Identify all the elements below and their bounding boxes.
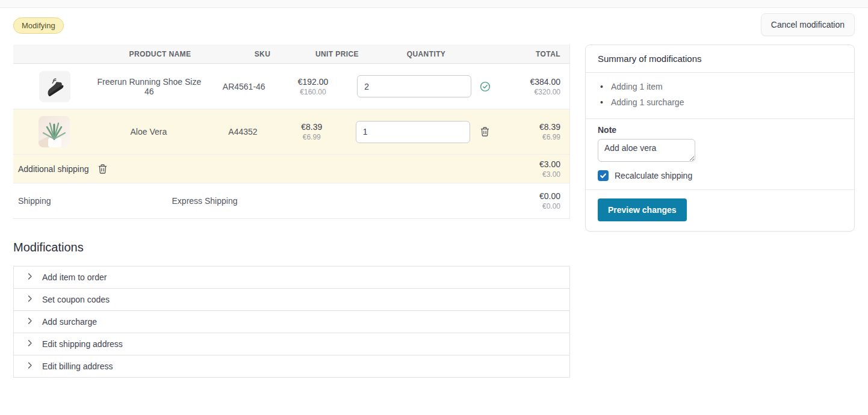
table-row-shipping: Shipping Express Shipping €0.00 €0.00 — [13, 183, 569, 219]
line-total-net: €320.00 — [491, 88, 560, 96]
product-image-aloe-vera — [39, 116, 70, 147]
product-sku: A44352 — [202, 127, 284, 137]
modifications-heading: Modifications — [13, 241, 570, 254]
line-total-net: €6.99 — [491, 133, 560, 141]
shipping-total-gross: €0.00 — [485, 191, 560, 201]
product-name: Aloe Vera — [95, 127, 202, 137]
product-sku: AR4561-46 — [203, 82, 285, 91]
summary-bullet-item: Adding 1 surcharge — [598, 94, 842, 110]
accordion-item-label: Edit shipping address — [42, 339, 123, 349]
unit-price-gross: €192.00 — [285, 77, 341, 87]
chevron-right-icon — [25, 294, 34, 306]
note-textarea[interactable]: Add aloe vera — [598, 139, 695, 162]
accordion-set-coupon-codes[interactable]: Set coupon codes — [14, 288, 569, 310]
preview-changes-button[interactable]: Preview changes — [598, 198, 687, 221]
unit-price-gross: €8.39 — [284, 122, 339, 132]
accordion-add-item-to-order[interactable]: Add item to order — [14, 266, 569, 288]
accordion-item-label: Add item to order — [42, 272, 107, 282]
checkbox-checked-icon[interactable] — [598, 170, 609, 181]
summary-footer: Preview changes — [586, 190, 854, 231]
column-header-product-name: PRODUCT NAME — [102, 50, 218, 58]
accordion-item-label: Edit billing address — [42, 361, 113, 371]
delete-surcharge-trash-icon[interactable] — [96, 162, 109, 176]
table-header-row: PRODUCT NAME SKU UNIT PRICE QUANTITY TOT… — [13, 45, 569, 64]
summary-bullet-list: Adding 1 item Adding 1 surcharge — [586, 73, 854, 119]
surcharge-label: Additional shipping — [18, 164, 89, 174]
delete-item-trash-icon[interactable] — [479, 125, 491, 138]
chevron-right-icon — [25, 339, 34, 350]
order-items-section: PRODUCT NAME SKU UNIT PRICE QUANTITY TOT… — [13, 45, 570, 378]
accordion-edit-billing-address[interactable]: Edit billing address — [14, 355, 569, 377]
accordion-item-label: Set coupon codes — [42, 295, 110, 304]
surcharge-total-gross: €3.00 — [485, 159, 560, 169]
chevron-right-icon — [25, 316, 34, 328]
unit-price-net: €6.99 — [284, 133, 339, 141]
order-items-table: PRODUCT NAME SKU UNIT PRICE QUANTITY TOT… — [13, 45, 570, 219]
accordion-edit-shipping-address[interactable]: Edit shipping address — [14, 333, 569, 355]
column-header-quantity: QUANTITY — [367, 50, 485, 58]
shipping-total-net: €0.00 — [485, 202, 560, 211]
cancel-modification-button[interactable]: Cancel modification — [761, 13, 855, 36]
status-badge: Modifying — [13, 17, 64, 34]
table-row-surcharge: Additional shipping €3.00 €3.00 — [13, 155, 569, 183]
order-modification-page: Modifying Cancel modification PRODUCT NA… — [0, 8, 868, 378]
check-circle-icon — [480, 81, 491, 92]
column-header-total: TOTAL — [485, 50, 569, 58]
quantity-input[interactable] — [356, 121, 470, 143]
quantity-input[interactable] — [357, 75, 471, 97]
chevron-right-icon — [25, 361, 34, 372]
summary-of-modifications-card: Summary of modifications Adding 1 item A… — [585, 45, 855, 232]
note-section: Note Add aloe vera Recalculate shipping — [586, 119, 854, 190]
line-total-gross: €384.00 — [491, 77, 560, 87]
column-header-unit-price: UNIT PRICE — [307, 50, 367, 58]
note-label: Note — [598, 125, 842, 135]
summary-bullet-item: Adding 1 item — [598, 79, 842, 94]
shipping-label: Shipping — [13, 196, 102, 206]
line-total-gross: €8.39 — [491, 122, 560, 132]
shipping-method: Express Shipping — [102, 196, 307, 206]
recalculate-shipping-checkbox-row[interactable]: Recalculate shipping — [598, 170, 842, 181]
accordion-add-surcharge[interactable]: Add surcharge — [14, 310, 569, 333]
chevron-right-icon — [25, 272, 34, 283]
column-header-sku: SKU — [218, 50, 307, 58]
product-image-running-shoe — [39, 71, 70, 102]
table-row-product-shoe: Freerun Running Shoe Size 46 AR4561-46 €… — [13, 64, 569, 109]
table-row-product-aloe: Aloe Vera A44352 €8.39 €6.99 — [13, 109, 569, 155]
recalculate-shipping-label: Recalculate shipping — [615, 171, 692, 180]
summary-title: Summary of modifications — [586, 45, 854, 73]
modifications-accordion: Add item to order Set coupon codes Add s… — [13, 266, 570, 378]
unit-price-net: €160.00 — [285, 88, 341, 96]
accordion-item-label: Add surcharge — [42, 317, 97, 327]
top-navigation-bar — [0, 0, 868, 8]
product-name: Freerun Running Shoe Size 46 — [96, 77, 203, 96]
surcharge-total-net: €3.00 — [485, 170, 560, 179]
